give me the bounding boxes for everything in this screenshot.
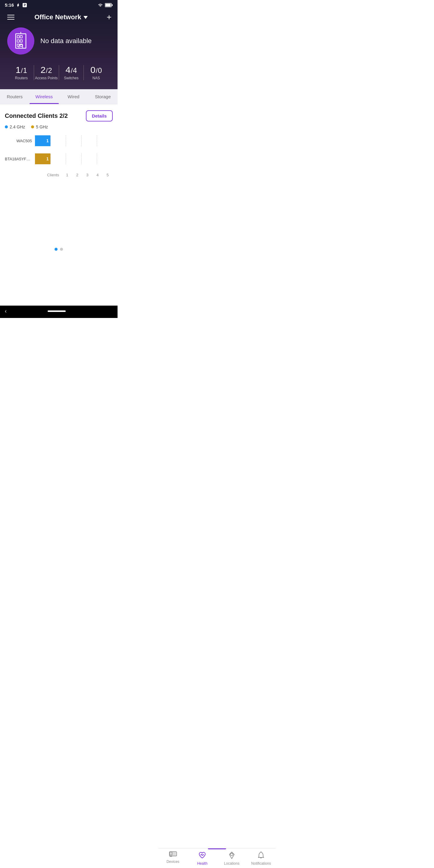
svg-rect-8 [20,36,22,38]
no-data-text: No data available [40,37,92,45]
bar-chart: WAC505 1 BTA18A5YF02 [5,135,113,186]
svg-rect-10 [17,40,19,42]
x-tick-1: 1 [62,173,72,177]
legend-24ghz-label: 2.4 GHz [10,124,25,129]
page-dot-1 [55,248,58,251]
svg-rect-11 [20,40,22,42]
bar-bta: 1 [35,153,51,164]
svg-rect-7 [17,36,19,38]
chart-label-bta: BTA18A5YF02A7 [5,157,32,161]
tab-bar: Routers Wireless Wired Storage [0,89,118,104]
access-points-stat: 2/2 Access Points [34,65,59,80]
wifi-icon [98,3,103,7]
legend-5ghz-label: 5 GHz [36,124,48,129]
nas-label: NAS [84,76,108,80]
access-points-label: Access Points [34,76,59,80]
chart-row-wac505: WAC505 1 [35,135,113,146]
legend-24ghz: 2.4 GHz [5,124,25,129]
chart-bar-area-bta: 1 [35,153,113,164]
svg-point-16 [21,32,22,33]
details-button[interactable]: Details [86,110,113,121]
page-dots [5,241,113,254]
legend-dot-blue [5,125,8,128]
network-info: No data available [6,27,112,62]
x-tick-4: 4 [93,173,103,177]
back-button[interactable]: ‹ [5,308,7,314]
tab-wired[interactable]: Wired [59,89,88,104]
main-content: Connected Clients 2/2 Details 2.4 GHz 5 … [0,104,118,284]
home-pill[interactable] [48,310,66,312]
activity-icon [16,3,21,7]
routers-stat: 1/1 Routers [9,65,34,80]
chart-bar-area-wac505: 1 [35,135,113,146]
battery-icon [105,3,113,7]
routers-label: Routers [9,76,34,80]
content-spacer [5,186,113,241]
svg-rect-4 [112,4,113,6]
tab-storage[interactable]: Storage [88,89,118,104]
svg-text:P: P [24,4,26,7]
add-button[interactable]: + [107,13,112,22]
system-nav-bar: ‹ [0,306,118,318]
svg-rect-5 [105,4,111,6]
network-title[interactable]: Office Network [34,13,88,21]
switches-label: Switches [59,76,84,80]
x-tick-2: 2 [72,173,83,177]
stats-row: 1/1 Routers 2/2 Access Points 4/4 Switch… [6,62,112,80]
header: Office Network + [0,9,118,89]
tab-routers[interactable]: Routers [0,89,30,104]
tab-wireless[interactable]: Wireless [30,89,59,104]
menu-button[interactable] [6,13,16,21]
parking-icon: P [22,3,27,7]
x-axis-clients-label: Clients [35,173,62,177]
building-icon [7,27,34,55]
x-tick-5: 5 [102,173,113,177]
page-dot-2 [60,248,63,251]
time-display: 5:16 [5,2,14,7]
switches-stat: 4/4 Switches [59,65,84,80]
bar-wac505-value: 1 [46,138,49,143]
routers-numerator: 1 [16,65,21,75]
chart-legend: 2.4 GHz 5 GHz [5,124,113,129]
chart-label-wac505: WAC505 [5,138,32,143]
legend-5ghz: 5 GHz [31,124,48,129]
clients-header: Connected Clients 2/2 Details [5,110,113,121]
bar-bta-value: 1 [46,156,49,161]
network-name-label: Office Network [34,13,81,21]
chart-row-bta: BTA18A5YF02A7 1 [35,153,113,164]
connected-clients-title: Connected Clients 2/2 [5,113,68,119]
nas-stat: 0/0 NAS [84,65,108,80]
routers-denominator: 1 [23,66,27,74]
x-tick-3: 3 [82,173,93,177]
chevron-down-icon [84,16,88,19]
menu-icon [7,15,14,16]
status-bar: 5:16 P [0,0,118,9]
legend-dot-gold [31,125,34,128]
bar-wac505: 1 [35,135,51,146]
